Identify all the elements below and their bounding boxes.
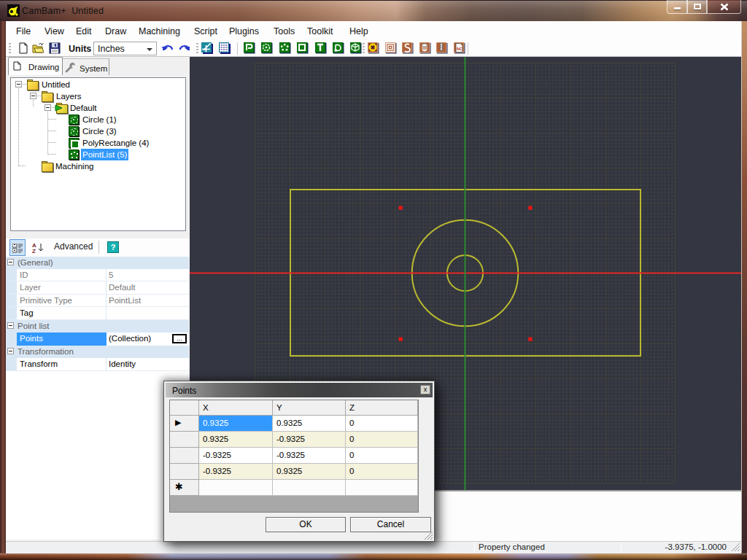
svg-text:Z: Z [32, 248, 36, 253]
svg-text:NC: NC [457, 47, 462, 51]
